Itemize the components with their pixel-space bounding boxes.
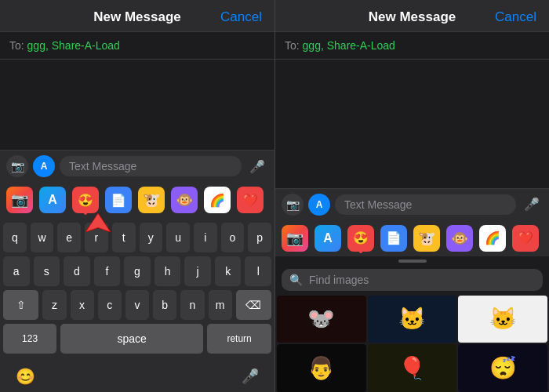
- gif-guy: 👨: [277, 344, 366, 392]
- dictation-button[interactable]: 🎤: [242, 368, 259, 385]
- file-button[interactable]: 📄: [105, 187, 132, 213]
- key-f[interactable]: f: [94, 256, 121, 286]
- gif-minnie: 🐭: [277, 296, 366, 343]
- heart-button[interactable]: ❤️: [237, 187, 264, 213]
- left-to-field[interactable]: To: ggg, Share-A-Load: [0, 32, 274, 60]
- key-return[interactable]: return: [207, 324, 271, 354]
- left-message-area[interactable]: [0, 60, 274, 150]
- left-title: New Message: [93, 9, 181, 25]
- right-sticker-button[interactable]: 😍: [347, 225, 374, 252]
- key-c[interactable]: c: [98, 290, 122, 320]
- key-x[interactable]: x: [71, 290, 94, 320]
- gif-cell-sleeping[interactable]: 😴: [458, 344, 547, 392]
- monkey-button[interactable]: 🐵: [171, 187, 198, 213]
- key-w[interactable]: w: [31, 223, 54, 252]
- right-monkey-button[interactable]: 🐵: [446, 225, 473, 252]
- right-appstore-icon-button[interactable]: A: [308, 194, 330, 216]
- left-bottom-bar: 😊 🎤: [0, 362, 274, 392]
- red-arrow-indicator: [82, 210, 114, 241]
- key-n[interactable]: n: [180, 290, 204, 320]
- right-mic-icon[interactable]: 🎤: [521, 194, 543, 216]
- keyboard: q w e r t y u i o p a s d f g h j k l ⇧ …: [0, 218, 274, 362]
- gif-balloons: 🎈: [368, 344, 457, 392]
- right-photos-app-button[interactable]: 📷: [282, 225, 308, 252]
- gif-search-bar[interactable]: 🔍 Find images: [282, 269, 543, 291]
- search-icon: 🔍: [289, 274, 303, 286]
- key-u[interactable]: u: [166, 223, 190, 252]
- key-row-1: q w e r t y u i o p: [3, 223, 271, 252]
- key-l[interactable]: l: [245, 256, 271, 286]
- right-message-input[interactable]: Text Message: [335, 194, 516, 215]
- right-appstore-button[interactable]: A: [314, 225, 341, 252]
- right-googlephotos-button[interactable]: 🌈: [479, 225, 506, 252]
- right-memoji-button[interactable]: 🐮: [413, 225, 440, 252]
- key-o[interactable]: o: [221, 223, 245, 252]
- gif-cell-guy[interactable]: 👨: [277, 344, 366, 392]
- right-header: New Message Cancel: [275, 0, 549, 32]
- key-j[interactable]: j: [184, 256, 211, 286]
- key-e[interactable]: e: [57, 223, 81, 252]
- key-y[interactable]: y: [140, 223, 163, 252]
- gif-panel-content: 🔍 Find images 🐭 🐱 🐱 👨 🎈 😴: [275, 264, 549, 393]
- right-heart-button[interactable]: ❤️: [512, 225, 539, 252]
- key-i[interactable]: i: [194, 223, 217, 252]
- key-row-4: 123 space return: [3, 324, 271, 354]
- left-cancel-button[interactable]: Cancel: [220, 9, 262, 25]
- gif-sylvester: 🐱: [458, 296, 547, 343]
- left-input-bar: 📷 A Text Message 🎤: [0, 150, 274, 182]
- gif-grid: 🐭 🐱 🐱 👨 🎈 😴: [275, 296, 549, 393]
- drag-indicator: [398, 260, 427, 263]
- right-input-bar: 📷 A Text Message 🎤: [275, 188, 549, 220]
- left-message-input[interactable]: Text Message: [60, 156, 242, 176]
- sticker-button[interactable]: 😍: [72, 187, 99, 213]
- mic-icon[interactable]: 🎤: [246, 155, 268, 177]
- right-app-row: 📷 A 😍 📄 🐮 🐵 🌈 ❤️: [275, 220, 549, 256]
- gif-cell-sylvester[interactable]: 🐱: [458, 296, 547, 343]
- left-app-row: 📷 A 😍 📄 🐮 🐵 🌈 ❤️: [0, 182, 274, 218]
- right-camera-icon-button[interactable]: 📷: [282, 194, 304, 216]
- right-file-button[interactable]: 📄: [380, 225, 407, 252]
- gif-sleeping: 😴: [458, 344, 547, 392]
- key-q[interactable]: q: [3, 223, 27, 252]
- right-phone-panel: New Message Cancel To: ggg, Share-A-Load…: [274, 0, 549, 392]
- appstore-button[interactable]: A: [39, 187, 66, 213]
- key-k[interactable]: k: [215, 256, 242, 286]
- right-to-label: To: ggg, Share-A-Load: [285, 39, 395, 52]
- key-a[interactable]: a: [3, 256, 30, 286]
- right-to-field[interactable]: To: ggg, Share-A-Load: [275, 32, 549, 60]
- key-v[interactable]: v: [125, 290, 149, 320]
- gif-blue-cat: 🐱: [368, 296, 457, 343]
- memoji-button[interactable]: 🐮: [138, 187, 165, 213]
- photos-app-button[interactable]: 📷: [6, 187, 33, 213]
- key-row-2: a s d f g h j k l: [3, 256, 271, 286]
- key-z[interactable]: z: [42, 290, 66, 320]
- right-to-contact: ggg, Share-A-Load: [303, 39, 395, 52]
- key-d[interactable]: d: [64, 256, 90, 286]
- key-t[interactable]: t: [112, 223, 136, 252]
- key-backspace[interactable]: ⌫: [236, 290, 271, 320]
- right-message-area[interactable]: [275, 60, 549, 188]
- key-p[interactable]: p: [248, 223, 271, 252]
- left-header: New Message Cancel: [0, 0, 274, 32]
- svg-marker-0: [85, 213, 111, 232]
- camera-icon-button[interactable]: 📷: [6, 155, 28, 177]
- right-cancel-button[interactable]: Cancel: [495, 9, 536, 25]
- appstore-icon-button[interactable]: A: [33, 155, 55, 177]
- emoji-button[interactable]: 😊: [16, 367, 35, 386]
- to-contact: ggg, Share-A-Load: [27, 39, 120, 52]
- to-label: To: ggg, Share-A-Load: [9, 39, 120, 52]
- left-phone-panel: New Message Cancel To: ggg, Share-A-Load…: [0, 0, 274, 392]
- gif-cell-balloons[interactable]: 🎈: [368, 344, 457, 392]
- key-s[interactable]: s: [34, 256, 60, 286]
- key-m[interactable]: m: [209, 290, 232, 320]
- gif-search-input[interactable]: Find images: [309, 274, 535, 286]
- key-shift[interactable]: ⇧: [3, 290, 38, 320]
- gif-cell-blue-cat[interactable]: 🐱: [368, 296, 457, 343]
- gif-cell-minnie[interactable]: 🐭: [277, 296, 366, 343]
- key-space[interactable]: space: [60, 324, 203, 354]
- key-b[interactable]: b: [153, 290, 176, 320]
- key-numbers[interactable]: 123: [3, 324, 56, 354]
- googlephotos-button[interactable]: 🌈: [204, 187, 231, 213]
- key-g[interactable]: g: [124, 256, 151, 286]
- key-h[interactable]: h: [155, 256, 181, 286]
